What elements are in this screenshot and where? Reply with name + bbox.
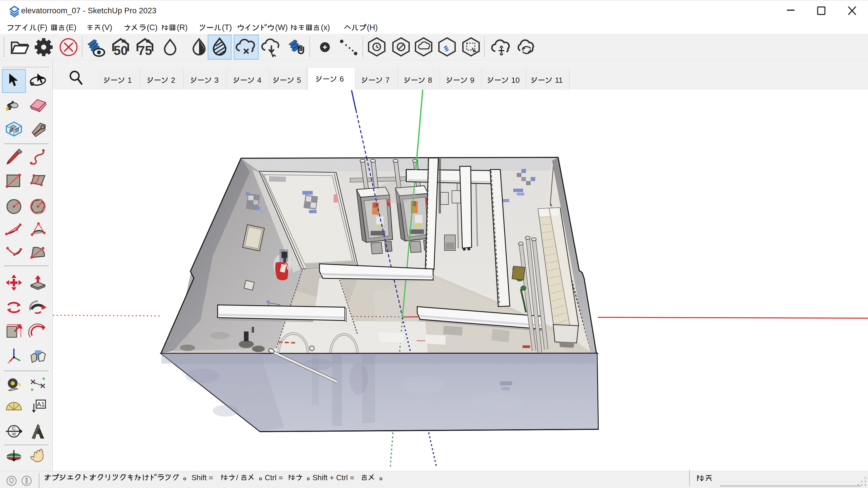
svg-text:75: 75 bbox=[138, 43, 152, 58]
svg-text:45: 45 bbox=[12, 432, 16, 436]
svg-text:A1: A1 bbox=[37, 401, 45, 408]
svg-text:C: C bbox=[12, 426, 16, 431]
svg-text:50: 50 bbox=[114, 43, 128, 58]
